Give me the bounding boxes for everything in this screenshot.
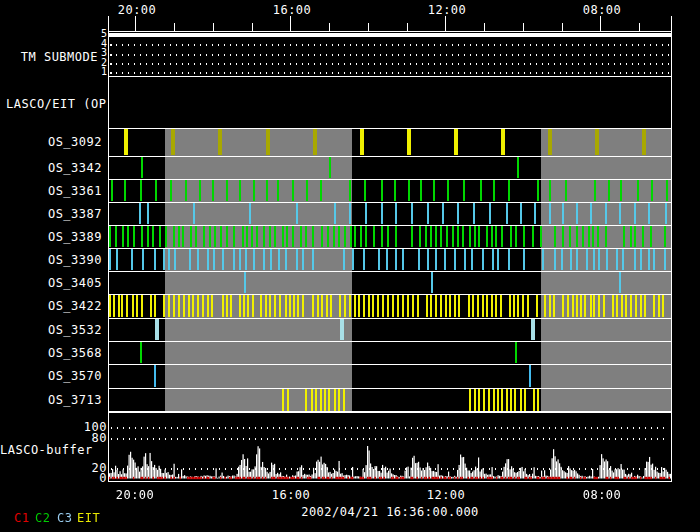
event-bar	[634, 203, 636, 224]
event-bar	[493, 180, 495, 201]
event-bar	[634, 249, 636, 270]
event-bar	[619, 203, 621, 224]
axis-minor-tick	[562, 23, 563, 31]
event-bar	[220, 226, 222, 247]
tm-submode-gridline	[110, 63, 670, 65]
event-bar	[553, 295, 555, 317]
event-bar	[163, 249, 165, 270]
row-separator	[108, 156, 672, 157]
event-bar	[435, 295, 437, 317]
event-bar	[440, 226, 442, 247]
event-bar	[478, 226, 480, 247]
event-bar	[474, 226, 476, 247]
event-bar	[168, 249, 170, 270]
op-panel	[108, 77, 672, 128]
event-bar	[327, 226, 329, 247]
lasco-buffer-panel	[108, 412, 672, 482]
event-bar	[480, 180, 482, 201]
event-bar	[664, 226, 666, 247]
event-bar	[597, 226, 599, 247]
panel-border	[671, 412, 672, 482]
event-bar	[343, 389, 345, 411]
event-bar	[483, 389, 485, 411]
event-bar	[296, 249, 298, 270]
event-bar	[239, 180, 241, 201]
event-bar	[195, 226, 197, 247]
time-label: 20:00	[116, 488, 155, 502]
op-panel-label: LASCO/EIT (OP)	[6, 97, 114, 111]
event-bar	[226, 295, 228, 317]
event-bar	[141, 295, 143, 317]
event-bar	[263, 226, 265, 247]
tm-submode-gridline	[110, 72, 670, 74]
event-bar	[486, 295, 488, 317]
event-bar	[402, 295, 404, 317]
time-label: 12:00	[428, 3, 467, 17]
event-bar	[354, 226, 356, 247]
event-bar	[249, 203, 251, 224]
event-bar	[642, 226, 644, 247]
event-bar	[365, 203, 367, 224]
event-bar	[537, 180, 539, 201]
event-bar	[536, 295, 538, 317]
event-bar	[118, 295, 120, 317]
time-label: 08:00	[583, 3, 622, 17]
tm-submode-gridline	[110, 54, 670, 56]
event-bar	[598, 295, 600, 317]
event-bar	[580, 295, 582, 317]
event-bar	[247, 295, 249, 317]
event-bar	[407, 295, 409, 317]
event-bar	[115, 226, 117, 247]
event-bar	[523, 249, 525, 270]
event-bar	[497, 249, 499, 270]
event-bar	[653, 249, 655, 270]
event-bar	[402, 249, 404, 270]
event-bar	[433, 180, 435, 201]
event-bar	[458, 295, 460, 317]
event-bar	[464, 249, 466, 270]
event-bar	[533, 389, 535, 411]
event-bar	[354, 295, 356, 317]
event-bar	[266, 129, 270, 155]
event-bar	[243, 295, 245, 317]
event-bar	[407, 129, 411, 155]
event-bar	[363, 249, 365, 270]
event-bar	[524, 389, 526, 411]
axis-minor-tick	[252, 23, 253, 31]
row-separator	[108, 364, 672, 365]
row-separator	[108, 248, 672, 249]
event-bar	[365, 226, 367, 247]
event-bar	[218, 129, 222, 155]
event-bar	[279, 295, 281, 317]
event-bar	[131, 249, 133, 270]
event-bar	[606, 249, 608, 270]
event-bar	[616, 295, 618, 317]
event-bar	[212, 180, 214, 201]
event-bar	[664, 249, 666, 270]
axis-major-tick	[600, 16, 601, 31]
row-label: OS_3361	[0, 184, 102, 198]
axis-minor-tick	[174, 23, 175, 31]
buffer-gridline	[111, 468, 669, 470]
event-bar	[233, 249, 235, 270]
event-bar	[554, 226, 556, 247]
event-bar	[352, 249, 354, 270]
time-label: 20:00	[118, 3, 157, 17]
event-bar	[534, 203, 536, 224]
event-bar	[593, 295, 595, 317]
event-bar	[274, 226, 276, 247]
event-bar	[590, 203, 592, 224]
event-bar	[140, 180, 142, 201]
event-bar	[193, 203, 195, 224]
event-bar	[142, 249, 144, 270]
event-bar	[650, 226, 652, 247]
event-bar	[630, 295, 632, 317]
tm-submode-gridline	[110, 44, 670, 46]
event-bar	[412, 295, 414, 317]
lasco-buffer-histogram	[109, 413, 671, 481]
event-bar	[190, 226, 192, 247]
event-bar	[651, 180, 653, 201]
axis-major-tick	[445, 16, 446, 31]
event-bar	[207, 295, 209, 317]
event-bar	[387, 226, 389, 247]
